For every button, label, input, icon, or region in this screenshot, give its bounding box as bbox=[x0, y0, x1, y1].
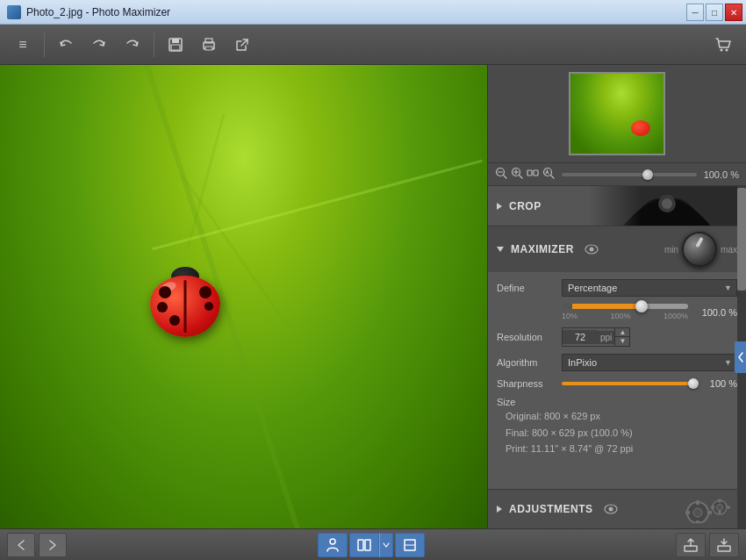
define-label: Define bbox=[497, 283, 556, 293]
zoom-percentage: 100.0 % bbox=[704, 169, 739, 180]
ladybug-spot bbox=[199, 286, 212, 298]
title-bar: Photo_2.jpg - Photo Maximizer ─ □ ✕ bbox=[0, 0, 746, 25]
define-row: Define Percentage Pixels Centimeters Inc… bbox=[497, 279, 737, 297]
pct-slider-thumb[interactable] bbox=[635, 300, 648, 312]
save-button[interactable] bbox=[160, 29, 191, 61]
sharpness-thumb[interactable] bbox=[688, 378, 699, 389]
print-button[interactable] bbox=[193, 29, 225, 61]
expand-panel-tab[interactable] bbox=[735, 341, 746, 373]
ladybug-spot bbox=[204, 302, 213, 311]
actual-size-icon[interactable] bbox=[542, 167, 555, 182]
thumbnail-image bbox=[570, 74, 664, 154]
algorithm-label: Algorithm bbox=[497, 357, 556, 368]
prev-nav-button[interactable] bbox=[7, 533, 35, 557]
redo-button[interactable] bbox=[117, 29, 148, 61]
undo-button[interactable] bbox=[50, 29, 82, 61]
svg-rect-32 bbox=[696, 500, 699, 505]
min-label: min bbox=[664, 245, 678, 255]
svg-rect-47 bbox=[685, 546, 697, 551]
resolution-unit: ppi bbox=[598, 331, 614, 344]
crop-view-button[interactable] bbox=[395, 533, 425, 557]
toolbar: ≡ bbox=[0, 25, 746, 65]
sharpness-value: 100 % bbox=[704, 378, 737, 389]
toolbar-separator-2 bbox=[154, 32, 154, 57]
thumbnail-box bbox=[569, 72, 665, 155]
person-view-button[interactable] bbox=[318, 533, 348, 557]
slider-min-label: 10% bbox=[562, 312, 577, 320]
maximize-button[interactable]: □ bbox=[706, 4, 723, 21]
crop-section[interactable]: CROP bbox=[488, 186, 746, 226]
eye-icon bbox=[585, 242, 599, 256]
ladybug-spot bbox=[157, 302, 168, 312]
svg-rect-48 bbox=[718, 546, 730, 551]
adjustments-section[interactable]: ADJUSTMENTS bbox=[488, 489, 746, 528]
size-section: Size Original: 800 × 629 px Final: 800 ×… bbox=[497, 396, 737, 457]
ladybug bbox=[150, 276, 220, 337]
redo-button-back[interactable] bbox=[83, 29, 115, 61]
slider-labels: 10% 100% 1000% bbox=[562, 312, 688, 320]
ladybug-body bbox=[150, 276, 220, 337]
controls-area: Define Percentage Pixels Centimeters Inc… bbox=[488, 272, 746, 489]
sharpness-slider[interactable] bbox=[562, 382, 699, 385]
svg-rect-39 bbox=[719, 511, 721, 514]
maximizer-label: MAXIMIZER bbox=[511, 243, 574, 255]
svg-point-31 bbox=[693, 508, 702, 517]
percentage-slider-container: 10% 100% 1000% 100.0 % bbox=[497, 304, 737, 320]
adjustments-label: ADJUSTMENTS bbox=[509, 503, 593, 515]
export-button[interactable] bbox=[676, 533, 706, 557]
final-label: Final: bbox=[506, 427, 529, 438]
cart-button[interactable] bbox=[707, 29, 739, 61]
zoom-out-icon[interactable] bbox=[495, 167, 507, 182]
pct-slider-track[interactable] bbox=[562, 304, 688, 309]
menu-button[interactable]: ≡ bbox=[7, 29, 39, 61]
bottom-tools bbox=[318, 533, 425, 557]
svg-line-12 bbox=[520, 176, 523, 179]
adjustments-expand-icon bbox=[497, 506, 502, 513]
print-label: Print: bbox=[506, 443, 528, 454]
zoom-slider-thumb[interactable] bbox=[642, 169, 653, 180]
svg-rect-2 bbox=[171, 45, 180, 50]
define-select-wrapper: Percentage Pixels Centimeters Inches bbox=[562, 279, 737, 297]
thumbnail-area bbox=[488, 65, 746, 163]
spinner-down[interactable]: ▼ bbox=[615, 337, 629, 346]
svg-line-9 bbox=[504, 176, 507, 179]
slider-max-label: 1000% bbox=[664, 312, 688, 320]
svg-rect-41 bbox=[727, 506, 730, 509]
maximizer-expand-icon bbox=[497, 247, 504, 252]
maximizer-knob[interactable] bbox=[682, 232, 717, 267]
crop-label: CROP bbox=[509, 200, 542, 212]
app-icon bbox=[7, 5, 21, 19]
size-info: Original: 800 × 629 px Final: 800 × 629 … bbox=[497, 408, 737, 457]
adjustments-eye-icon bbox=[604, 502, 618, 516]
thumbnail-ladybug bbox=[631, 120, 650, 136]
svg-rect-38 bbox=[719, 499, 721, 503]
spinner-up[interactable]: ▲ bbox=[615, 328, 629, 337]
ladybug-line bbox=[183, 280, 186, 333]
svg-rect-16 bbox=[534, 170, 538, 176]
resolution-spinner: ppi ▲ ▼ bbox=[562, 327, 630, 347]
algorithm-select[interactable]: InPixio Lanczos Bilinear bbox=[562, 354, 737, 371]
compare-button[interactable] bbox=[349, 533, 379, 557]
share-button[interactable] bbox=[226, 29, 258, 61]
zoom-in-icon[interactable] bbox=[511, 167, 523, 182]
pct-display: 100.0 % bbox=[693, 307, 737, 318]
slider-mid-label: 100% bbox=[610, 312, 630, 320]
compare-button-group bbox=[349, 533, 393, 557]
svg-rect-40 bbox=[711, 506, 714, 509]
minimize-button[interactable]: ─ bbox=[686, 4, 704, 21]
compare-dropdown[interactable] bbox=[379, 533, 393, 557]
title-buttons: ─ □ ✕ bbox=[686, 4, 742, 21]
original-value: 800 × 629 px bbox=[544, 411, 600, 421]
define-select[interactable]: Percentage Pixels Centimeters Inches bbox=[562, 279, 737, 297]
next-nav-button[interactable] bbox=[39, 533, 67, 557]
maximizer-section[interactable]: MAXIMIZER min max bbox=[488, 226, 746, 272]
zoom-controls: 100.0 % bbox=[488, 163, 746, 186]
max-label: max bbox=[721, 245, 737, 255]
bottom-bar bbox=[0, 528, 746, 560]
svg-rect-15 bbox=[527, 170, 532, 176]
close-button[interactable]: ✕ bbox=[725, 4, 742, 21]
resolution-input[interactable] bbox=[563, 330, 598, 344]
zoom-slider[interactable] bbox=[562, 173, 697, 176]
fit-icon[interactable] bbox=[527, 167, 539, 182]
import-button[interactable] bbox=[709, 533, 739, 557]
